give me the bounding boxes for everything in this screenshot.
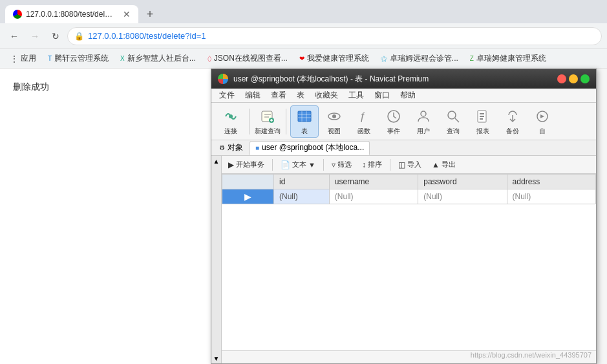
- navicat-window: user @springboot (本地localhost) - 表 - Nav…: [211, 69, 597, 364]
- query-icon: [444, 107, 462, 125]
- window-minimize-button[interactable]: [569, 74, 578, 83]
- sidebar-scroll-up[interactable]: ▲: [211, 156, 221, 166]
- tab-user-table[interactable]: ■ user @springboot (本地loca...: [250, 141, 370, 155]
- sidebar-scroll-down[interactable]: ▼: [211, 353, 221, 363]
- user-icon: [414, 107, 432, 125]
- toolbar-divider-1: [249, 109, 250, 134]
- text-button[interactable]: 📄 文本 ▼: [277, 158, 319, 171]
- toolbar-connect[interactable]: 连接: [217, 105, 245, 138]
- navicat-title: user @springboot (本地localhost) - 表 - Nav…: [233, 74, 552, 85]
- text-dropdown-icon: ▼: [308, 161, 315, 169]
- toolbar-table[interactable]: 表: [290, 105, 319, 138]
- table-icon: [295, 107, 314, 125]
- event-icon: [385, 107, 403, 125]
- sort-button[interactable]: ↕ 排序: [358, 158, 386, 171]
- tab-objects[interactable]: ⚙ 对象: [214, 141, 248, 155]
- bookmark-json-label: JSON在线视图查看...: [214, 53, 288, 64]
- bookmark-xinxiang[interactable]: X 新乡智慧人社后台...: [115, 52, 201, 65]
- bookmark-tengxuan-label: 腾轩云管理系统: [54, 53, 109, 64]
- navicat-content: ▲ ▼ ▶ 开始事务 📄 文本 ▼: [211, 156, 596, 363]
- col-password[interactable]: password: [418, 175, 507, 189]
- window-maximize-button[interactable]: [580, 74, 590, 83]
- navicat-titlebar: user @springboot (本地localhost) - 表 - Nav…: [211, 69, 596, 89]
- cell-username[interactable]: (Null): [329, 189, 418, 204]
- menu-table[interactable]: 表: [292, 89, 310, 102]
- bookmark-tengxuan[interactable]: T 腾轩云管理系统: [43, 52, 114, 65]
- toolbar-view[interactable]: 视图: [320, 105, 348, 138]
- menu-tools[interactable]: 工具: [343, 89, 369, 102]
- col-id[interactable]: id: [274, 175, 330, 189]
- toolbar-user[interactable]: 用户: [409, 105, 438, 138]
- menu-edit[interactable]: 编辑: [240, 89, 266, 102]
- menu-view[interactable]: 查看: [266, 89, 292, 102]
- import-icon: ◫: [398, 160, 405, 169]
- cell-password[interactable]: (Null): [418, 189, 507, 204]
- menu-favorites[interactable]: 收藏夹: [310, 89, 343, 102]
- menu-help[interactable]: 帮助: [395, 89, 421, 102]
- tab-objects-label: 对象: [228, 142, 243, 153]
- navicat-statusbar: [222, 350, 596, 363]
- cell-id[interactable]: (Null): [274, 189, 330, 204]
- bookmark-health[interactable]: ❤ 我爱健康管理系统: [294, 52, 374, 65]
- tab-close-button[interactable]: ✕: [123, 9, 131, 19]
- nav-bar: ← → ↻ 🔒 127.0.0.1:8080/test/delete?id=1: [0, 23, 607, 49]
- objects-tab-icon: ⚙: [219, 144, 225, 151]
- toolbar-new-query[interactable]: 新建查询: [253, 105, 282, 138]
- export-button[interactable]: ▲ 导出: [428, 158, 460, 171]
- window-controls: [557, 74, 590, 83]
- toolbar-backup[interactable]: 备份: [498, 105, 527, 138]
- lock-icon: 🔒: [74, 32, 84, 41]
- cell-address[interactable]: (Null): [507, 189, 595, 204]
- bookmark-apps-label: 应用: [21, 53, 36, 64]
- toolbar-report[interactable]: 报表: [469, 105, 497, 138]
- col-address[interactable]: address: [507, 175, 595, 189]
- filter-icon: ▿: [332, 160, 335, 169]
- bookmark-apps[interactable]: ⋮ 应用: [5, 52, 41, 65]
- start-transaction-button[interactable]: ▶ 开始事务: [224, 158, 268, 171]
- address-bar[interactable]: 🔒 127.0.0.1:8080/test/delete?id=1: [67, 27, 602, 45]
- toolbar-auto[interactable]: 自: [528, 105, 557, 138]
- table-row[interactable]: ▶ (Null) (Null) (Null) (Null): [222, 189, 596, 204]
- menu-file[interactable]: 文件: [214, 89, 240, 102]
- xinxiang-favicon: X: [120, 55, 125, 62]
- toolbar-connect-label: 连接: [224, 127, 237, 136]
- refresh-button[interactable]: ↻: [47, 27, 65, 45]
- toolbar-divider-3: [272, 159, 273, 171]
- col-username[interactable]: username: [329, 175, 418, 189]
- navicat-tabs: ⚙ 对象 ■ user @springboot (本地loca...: [211, 140, 596, 156]
- bookmark-medical-label: 卓瑞姆远程会诊管...: [390, 53, 458, 64]
- toolbar-event[interactable]: 事件: [379, 105, 408, 138]
- browser-tab[interactable]: 127.0.0.1:8080/test/delete?id= ✕: [5, 5, 138, 23]
- browser-scrollbar[interactable]: [597, 69, 607, 364]
- navicat-logo-icon: [218, 74, 228, 84]
- back-button[interactable]: ←: [5, 27, 23, 45]
- toolbar-query[interactable]: 查询: [439, 105, 467, 138]
- bookmark-json[interactable]: 〈〉 JSON在线视图查看...: [202, 52, 293, 65]
- new-tab-button[interactable]: +: [141, 5, 159, 23]
- browser-chrome: 127.0.0.1:8080/test/delete?id= ✕ + ← → ↻…: [0, 0, 607, 69]
- medical-favicon: ⚝: [381, 55, 387, 63]
- start-transaction-label: 开始事务: [236, 160, 264, 169]
- view-icon: [325, 107, 343, 125]
- toolbar-view-label: 视图: [328, 127, 341, 136]
- forward-button[interactable]: →: [26, 27, 44, 45]
- svg-text:ƒ: ƒ: [359, 111, 365, 122]
- sort-label: 排序: [368, 160, 382, 169]
- tab-user-table-label: user @springboot (本地loca...: [262, 142, 364, 153]
- connect-icon: [222, 107, 240, 125]
- bookmark-medical[interactable]: ⚝ 卓瑞姆远程会诊管...: [376, 52, 463, 65]
- apps-icon: ⋮: [10, 54, 18, 63]
- bookmark-health2[interactable]: Z 卓瑞姆健康管理系统: [465, 52, 551, 65]
- filter-label: 筛选: [337, 160, 352, 169]
- import-button[interactable]: ◫ 导入: [394, 158, 425, 171]
- filter-button[interactable]: ▿ 筛选: [328, 158, 356, 171]
- window-close-button[interactable]: [557, 74, 566, 83]
- auto-icon: [533, 107, 551, 125]
- data-table: id username password address ▶ (Null): [222, 174, 596, 350]
- toolbar-new-query-label: 新建查询: [255, 127, 281, 136]
- toolbar-function[interactable]: ƒ 函数: [350, 105, 378, 138]
- tab-bar: 127.0.0.1:8080/test/delete?id= ✕ +: [0, 0, 607, 23]
- navicat-menubar: 文件 编辑 查看 表 收藏夹 工具 窗口 帮助: [211, 89, 596, 103]
- menu-window[interactable]: 窗口: [369, 89, 395, 102]
- bookmark-health-label: 我爱健康管理系统: [307, 53, 369, 64]
